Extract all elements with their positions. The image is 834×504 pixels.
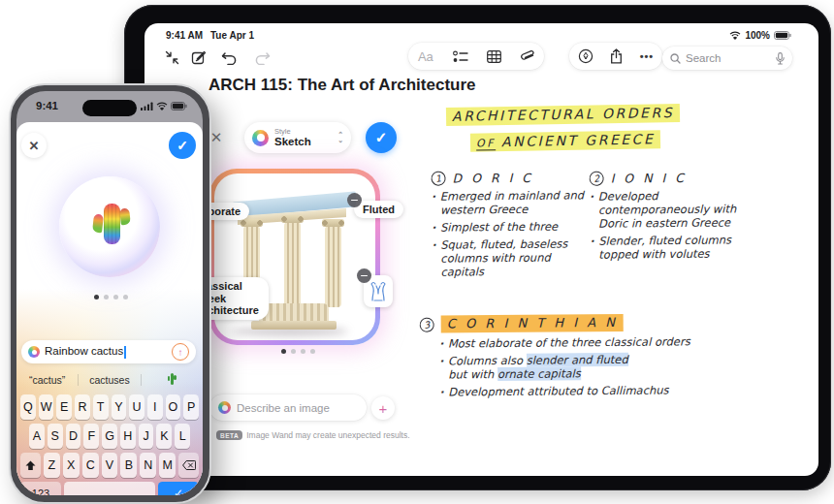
genmoji-prompt-input[interactable]: Rainbow cactus ↑: [21, 340, 196, 363]
share-icon[interactable]: [610, 48, 623, 64]
backspace-key[interactable]: [178, 453, 199, 478]
letter-key[interactable]: R: [75, 394, 90, 420]
format-tools-group: Aa: [408, 43, 544, 70]
suggestion-cactuses[interactable]: cactuses: [79, 374, 141, 386]
search-icon: [670, 53, 681, 64]
letter-key[interactable]: X: [63, 453, 80, 478]
section-name: I O N I C: [611, 171, 687, 186]
describe-placeholder: Describe an image: [237, 402, 330, 414]
wifi-icon: [729, 31, 741, 40]
letter-key[interactable]: E: [56, 394, 72, 420]
table-icon[interactable]: [487, 50, 501, 63]
attachment-icon[interactable]: [521, 48, 534, 64]
numbers-key[interactable]: 123: [20, 482, 61, 495]
search-field[interactable]: Search: [662, 47, 792, 70]
apple-intelligence-icon: [28, 346, 40, 358]
describe-image-input[interactable]: Describe an image: [209, 394, 367, 421]
letter-key[interactable]: Z: [44, 453, 60, 478]
shift-key[interactable]: [20, 453, 41, 478]
letter-key[interactable]: Y: [112, 394, 127, 420]
doric-section: 1 D O R I C Emerged in mainland and west…: [432, 170, 590, 283]
suggestion-cactus-emoji[interactable]: [142, 373, 203, 387]
notes-heading-line1: ARCHITECTURAL ORDERS: [446, 105, 680, 124]
dictation-icon[interactable]: [776, 52, 785, 65]
letter-key[interactable]: D: [66, 424, 81, 449]
add-suggestion-button[interactable]: +: [371, 396, 395, 420]
more-options-button[interactable]: •••: [640, 50, 655, 62]
note-actions-group: •••: [569, 43, 662, 70]
letter-key[interactable]: H: [120, 424, 136, 449]
return-key[interactable]: ✓: [158, 482, 199, 495]
keyboard-row-3: ZXCVBNM: [20, 453, 199, 478]
temple-plinth: [251, 321, 337, 330]
collapse-icon[interactable]: [159, 45, 184, 70]
remove-tag-fluted-button[interactable]: [347, 193, 362, 207]
iphone-time: 9:41: [36, 100, 58, 111]
letter-key[interactable]: S: [48, 424, 63, 449]
tag-fluted[interactable]: Fluted: [354, 201, 403, 218]
notes-heading-line2: OFANCIENT GREECE: [470, 131, 660, 149]
ionic-heading: 2 I O N I C: [590, 170, 762, 186]
letter-key[interactable]: T: [93, 394, 109, 420]
ipad-status-icons: 100%: [729, 30, 791, 41]
genmoji-close-button[interactable]: ✕: [21, 133, 47, 158]
letter-key[interactable]: W: [39, 394, 54, 420]
beta-badge: BETA: [216, 430, 242, 440]
letter-key[interactable]: U: [129, 394, 144, 420]
keyboard-row-4: 123 ✓: [20, 482, 199, 495]
ionic-bullets: Developed contemporaneously with Doric i…: [590, 188, 763, 262]
letter-key[interactable]: P: [183, 394, 199, 420]
letter-key[interactable]: V: [102, 453, 118, 478]
style-swirl-icon: [252, 130, 269, 146]
text-format-button[interactable]: Aa: [418, 49, 433, 64]
genmoji-pagination-dots[interactable]: [94, 295, 128, 299]
section-name: C O R I N T H I A N: [441, 314, 624, 333]
letter-key[interactable]: F: [83, 424, 99, 449]
letter-key[interactable]: K: [156, 424, 172, 449]
style-picker[interactable]: Style Sketch ⌃⌄: [244, 122, 351, 153]
compose-icon[interactable]: [186, 45, 211, 70]
genmoji-accept-button[interactable]: ✓: [169, 132, 196, 159]
ionic-section: 2 I O N I C Developed contemporaneously …: [590, 170, 763, 266]
beta-disclaimer: BETA Image Wand may create unexpected re…: [216, 430, 410, 440]
doric-heading: 1 D O R I C: [432, 170, 589, 185]
letter-key[interactable]: A: [29, 424, 45, 449]
note-bullet: Slender, fluted columns topped with volu…: [590, 233, 762, 262]
section-number: 1: [431, 171, 447, 187]
letter-key[interactable]: O: [166, 394, 181, 420]
disclaimer-text: Image Wand may create unexpected results…: [246, 430, 409, 440]
battery-icon: [171, 102, 187, 110]
search-placeholder: Search: [686, 52, 771, 64]
letter-key[interactable]: B: [120, 453, 137, 478]
letter-key[interactable]: G: [102, 424, 117, 449]
image-wand-accept-button[interactable]: ✓: [366, 122, 397, 153]
undo-icon[interactable]: [216, 45, 241, 70]
remove-sketch-thumbnail-button[interactable]: [357, 268, 371, 283]
iphone-status-icons: [141, 102, 187, 110]
ipad-screen: 9:41 AMTue Apr 1 100% Aa: [144, 23, 818, 476]
suggestion-cactus-quoted[interactable]: “cactus”: [16, 374, 79, 386]
iphone-status-bar: 9:41: [16, 100, 203, 115]
letter-key[interactable]: L: [175, 424, 190, 449]
letter-key[interactable]: Q: [20, 394, 36, 420]
dynamic-island: [82, 100, 137, 116]
iphone-screen: 9:41 ✕ ✓: [16, 91, 203, 495]
apple-intelligence-icon: [218, 401, 231, 414]
redo-icon[interactable]: [249, 45, 274, 70]
space-key[interactable]: [64, 482, 155, 495]
ipad-status-bar: 9:41 AMTue Apr 1: [166, 30, 262, 41]
prompt-text: Rainbow cactus: [45, 345, 123, 357]
ipad-date: Tue Apr 1: [210, 30, 254, 41]
style-label: Style: [274, 128, 332, 136]
letter-key[interactable]: M: [159, 453, 176, 478]
letter-key[interactable]: C: [82, 453, 99, 478]
letter-key[interactable]: N: [140, 453, 156, 478]
image-pagination-dots[interactable]: [281, 349, 315, 354]
checklist-icon[interactable]: [453, 50, 468, 63]
keyboard-row-2: ASDFGHJKL: [20, 424, 199, 449]
generate-button[interactable]: ↑: [172, 343, 189, 361]
letter-key[interactable]: I: [147, 394, 163, 420]
markup-icon[interactable]: [578, 48, 593, 64]
letter-key[interactable]: J: [139, 424, 154, 449]
section-name: D O R I C: [453, 171, 534, 186]
